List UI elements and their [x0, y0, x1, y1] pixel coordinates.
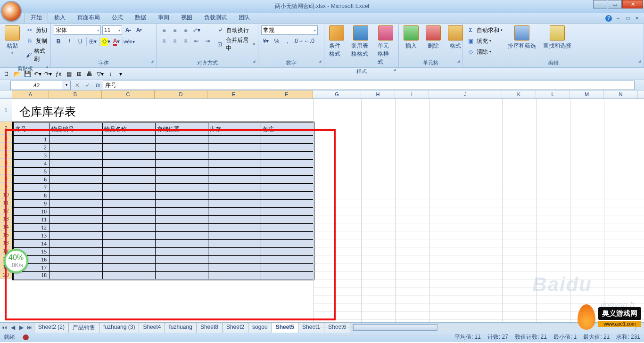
col-header-L[interactable]: L	[536, 90, 570, 98]
format-painter-button[interactable]: 格式刷	[25, 47, 48, 63]
align-right-button[interactable]: ≡	[181, 36, 190, 46]
qat-print-icon[interactable]: 🖶	[85, 69, 94, 79]
sheet-tab-Sheet8[interactable]: Sheet8	[196, 322, 223, 333]
row-header-12[interactable]: 12	[0, 207, 12, 215]
table-cell[interactable]	[50, 144, 103, 152]
table-cell[interactable]	[103, 232, 156, 240]
col-header-C[interactable]: C	[102, 90, 155, 98]
table-cell[interactable]	[103, 136, 156, 144]
table-cell[interactable]	[156, 176, 208, 184]
sheet-tab-Sheet2 (2)[interactable]: Sheet2 (2)	[34, 322, 69, 333]
table-cell[interactable]	[261, 264, 314, 272]
sheet-tab-产品销售[interactable]: 产品销售	[68, 322, 99, 333]
row-header-10[interactable]: 10	[0, 191, 12, 199]
bold-button[interactable]: B	[54, 37, 63, 46]
qat-fx-icon[interactable]: ƒx	[54, 69, 63, 79]
table-cell[interactable]	[208, 184, 261, 192]
comma-button[interactable]: ,	[283, 36, 292, 46]
copy-button[interactable]: 复制	[25, 36, 48, 46]
table-cell[interactable]	[50, 152, 103, 160]
table-cell[interactable]	[50, 208, 103, 216]
table-cell[interactable]	[156, 168, 208, 176]
clear-button[interactable]: ◇清除▾	[466, 47, 503, 57]
table-header[interactable]: 物品名称	[103, 122, 156, 136]
table-cell[interactable]: 2	[13, 144, 50, 152]
table-cell[interactable]	[208, 152, 261, 160]
sheet-tab-fuzhuang[interactable]: fuzhuang	[165, 322, 196, 333]
currency-button[interactable]: ¥▾	[261, 36, 271, 46]
sheet-tab-Sheet2[interactable]: Sheet2	[222, 322, 248, 333]
row-header-13[interactable]: 13	[0, 215, 12, 223]
ribbon-minimize-icon[interactable]: –	[615, 15, 621, 22]
table-cell[interactable]	[156, 256, 208, 264]
table-cell[interactable]	[261, 184, 314, 192]
table-cell[interactable]	[103, 176, 156, 184]
qat-more-icon[interactable]: ▾	[116, 69, 125, 79]
col-header-I[interactable]: I	[395, 90, 429, 98]
table-cell[interactable]	[208, 144, 261, 152]
select-all-corner[interactable]	[0, 90, 12, 98]
font-name-combo[interactable]: 宋体▾	[54, 25, 101, 35]
table-cell[interactable]	[208, 192, 261, 200]
indent-button[interactable]: ⇥	[203, 36, 212, 46]
font-color-button[interactable]: A▾	[112, 37, 121, 46]
table-cell[interactable]	[50, 256, 103, 264]
tab-开始[interactable]: 开始	[25, 12, 48, 23]
qat-filter-icon[interactable]: ▽▾	[95, 69, 105, 79]
align-bot-button[interactable]: ≡	[181, 25, 190, 35]
table-cell[interactable]	[261, 192, 314, 200]
col-header-K[interactable]: K	[502, 90, 536, 98]
qat-chart-icon[interactable]: ▤	[64, 69, 74, 79]
table-cell[interactable]: 5	[13, 168, 50, 176]
table-cell[interactable]	[156, 272, 208, 280]
col-header-E[interactable]: E	[207, 90, 260, 98]
maximize-button[interactable]: ▭	[608, 0, 622, 8]
number-format-combo[interactable]: 常规▾	[261, 25, 318, 35]
find-select-button[interactable]: 查找和选择	[540, 24, 574, 51]
table-header[interactable]: 物品编号	[50, 122, 103, 136]
table-header[interactable]: 序号	[13, 122, 50, 136]
minimize-button[interactable]: –	[593, 0, 607, 8]
table-cell[interactable]	[208, 168, 261, 176]
table-cell[interactable]: 12	[13, 224, 50, 232]
dec-decimal-button[interactable]: ←.0	[305, 36, 314, 46]
tab-视图[interactable]: 视图	[175, 12, 198, 23]
name-box[interactable]: A2	[10, 81, 62, 90]
row-header-4[interactable]: 4	[0, 143, 12, 151]
tab-nav-prev[interactable]: ◀	[8, 324, 17, 331]
accept-formula-icon[interactable]: ✓	[83, 81, 92, 90]
orientation-button[interactable]: ⤢▾	[192, 25, 201, 35]
table-cell[interactable]	[208, 272, 261, 280]
sheet-tab-Sheet5[interactable]: Sheet5	[272, 322, 298, 333]
table-cell[interactable]	[156, 192, 208, 200]
align-top-button[interactable]: ≡	[159, 25, 169, 35]
table-cell[interactable]	[208, 160, 261, 168]
col-header-J[interactable]: J	[429, 90, 502, 98]
table-cell[interactable]	[50, 136, 103, 144]
table-cell[interactable]	[261, 176, 314, 184]
table-cell[interactable]: 14	[13, 240, 50, 248]
table-cell[interactable]	[103, 184, 156, 192]
table-cell[interactable]	[208, 224, 261, 232]
cancel-formula-icon[interactable]: ✕	[73, 81, 82, 90]
table-cell[interactable]	[103, 168, 156, 176]
table-cell[interactable]	[156, 264, 208, 272]
tab-公式[interactable]: 公式	[106, 12, 129, 23]
tab-数据[interactable]: 数据	[129, 12, 152, 23]
tab-nav-last[interactable]: ⏭	[25, 324, 34, 331]
help-icon[interactable]: ?	[605, 15, 612, 22]
table-cell[interactable]	[103, 264, 156, 272]
table-cell[interactable]	[50, 272, 103, 280]
table-cell[interactable]	[208, 232, 261, 240]
col-header-G[interactable]: G	[313, 90, 361, 98]
fill-color-button[interactable]: ◇▾	[101, 37, 110, 46]
cond-format-button[interactable]: 条件格式	[326, 24, 347, 59]
table-cell[interactable]	[208, 216, 261, 224]
table-cell[interactable]	[208, 208, 261, 216]
table-cell[interactable]	[261, 136, 314, 144]
table-cell[interactable]	[208, 256, 261, 264]
table-cell[interactable]	[156, 240, 208, 248]
table-cell[interactable]	[103, 208, 156, 216]
tab-nav-first[interactable]: ⏮	[0, 324, 8, 331]
row-header-11[interactable]: 11	[0, 199, 12, 207]
